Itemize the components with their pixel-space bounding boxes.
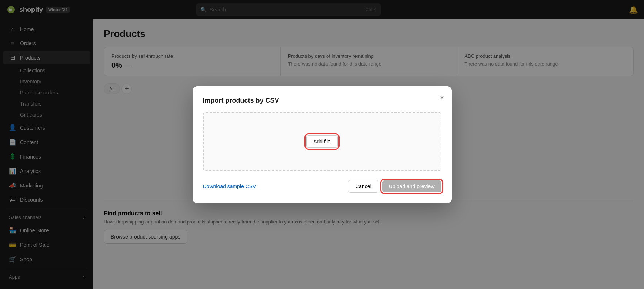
cancel-button[interactable]: Cancel bbox=[348, 180, 378, 193]
close-icon: × bbox=[440, 93, 444, 102]
modal-action-buttons: Cancel Upload and preview bbox=[348, 180, 441, 193]
file-drop-zone[interactable]: Add file bbox=[203, 112, 441, 171]
modal-overlay[interactable]: Import products by CSV × Add file Downlo… bbox=[0, 0, 644, 289]
modal-title: Import products by CSV bbox=[203, 97, 441, 104]
download-csv-link[interactable]: Download sample CSV bbox=[203, 183, 256, 189]
import-csv-modal: Import products by CSV × Add file Downlo… bbox=[193, 86, 452, 203]
add-file-button[interactable]: Add file bbox=[306, 135, 338, 148]
modal-close-button[interactable]: × bbox=[440, 94, 444, 101]
modal-footer: Download sample CSV Cancel Upload and pr… bbox=[203, 180, 441, 193]
upload-preview-button[interactable]: Upload and preview bbox=[382, 180, 441, 192]
